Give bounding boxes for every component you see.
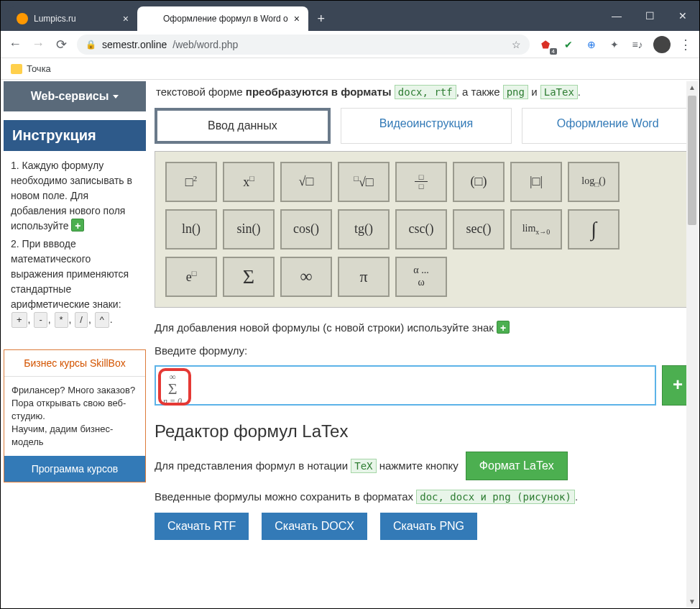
latex-section: Редактор формул LaTex Для представления … bbox=[155, 421, 694, 540]
palette-sec[interactable]: sec() bbox=[453, 209, 505, 249]
lumpics-favicon bbox=[17, 13, 28, 24]
close-window-button[interactable]: ✕ bbox=[666, 1, 699, 31]
format-latex-button[interactable]: Формат LaTex bbox=[466, 452, 568, 480]
tab-input-data[interactable]: Ввод данных bbox=[155, 108, 331, 144]
tab-word-formulas[interactable]: Оформление формул в Word о × bbox=[137, 6, 308, 31]
lock-icon: 🔒 bbox=[86, 40, 96, 50]
window-controls: — ☐ ✕ bbox=[600, 1, 699, 31]
scroll-down-arrow[interactable]: ▼ bbox=[686, 595, 698, 607]
intro-text: текстовой форме преобразуются в форматы … bbox=[155, 81, 694, 108]
extension-icons: ⬟ ✔ ⊕ ✦ ≡♪ ⋮ bbox=[538, 36, 692, 53]
code-docx-rtf: docx, rtf bbox=[395, 85, 456, 99]
folder-icon bbox=[11, 64, 22, 74]
tab-title: Lumpics.ru bbox=[34, 14, 117, 24]
instruction-heading: Инструкция bbox=[4, 120, 146, 151]
reading-list-icon[interactable]: ≡♪ bbox=[630, 37, 645, 52]
palette-ln[interactable]: ln() bbox=[165, 209, 217, 249]
palette-greek[interactable]: α ...ω bbox=[395, 257, 447, 297]
bookmark-star-icon[interactable]: ☆ bbox=[512, 39, 521, 50]
palette-cos[interactable]: cos() bbox=[280, 209, 332, 249]
enter-formula-label: Введите формулу: bbox=[155, 342, 694, 360]
reload-button[interactable]: ⟳ bbox=[54, 37, 68, 52]
vertical-scrollbar[interactable]: ▲ ▼ bbox=[686, 81, 698, 607]
content-tabs: Ввод данных Видеоинструкция Оформление W… bbox=[155, 108, 694, 144]
palette-sqrt[interactable]: √□ bbox=[280, 162, 332, 202]
grid-favicon bbox=[146, 13, 157, 24]
url-path: /web/word.php bbox=[172, 39, 238, 50]
palette-square[interactable]: □2 bbox=[165, 162, 217, 202]
address-bar: ← → ⟳ 🔒 semestr.online/web/word.php ☆ ⬟ … bbox=[1, 31, 699, 58]
symbol-palette: □2 x□ √□ □√□ □□ (□) |□| log□() ln() sin(… bbox=[155, 151, 694, 308]
ad-title[interactable]: Бизнес курсы SkillBox bbox=[4, 350, 145, 377]
scroll-up-arrow[interactable]: ▲ bbox=[686, 81, 698, 93]
palette-power[interactable]: x□ bbox=[223, 162, 275, 202]
download-png-button[interactable]: Скачать PNG bbox=[380, 513, 477, 540]
extensions-puzzle-icon[interactable]: ✦ bbox=[607, 37, 622, 52]
maximize-button[interactable]: ☐ bbox=[633, 1, 666, 31]
download-rtf-button[interactable]: Скачать RTF bbox=[155, 513, 249, 540]
profile-avatar[interactable] bbox=[653, 36, 671, 53]
sidebar: Web-сервисы Инструкция 1. Каждую формулу… bbox=[1, 81, 152, 608]
palette-sin[interactable]: sin() bbox=[223, 209, 275, 249]
browser-titlebar: Lumpics.ru × Оформление формул в Word о … bbox=[1, 1, 699, 31]
ad-line3: Научим, дадим бизнес-модель bbox=[11, 423, 138, 449]
omnibox[interactable]: 🔒 semestr.online/web/word.php ☆ bbox=[77, 35, 530, 55]
browser-menu-button[interactable]: ⋮ bbox=[679, 37, 692, 52]
latex-heading: Редактор формул LaTex bbox=[155, 421, 694, 441]
palette-exp[interactable]: e□ bbox=[165, 257, 217, 297]
main-column: текстовой форме преобразуются в форматы … bbox=[152, 81, 699, 608]
below-palette: Для добавления новой формулы (с новой ст… bbox=[155, 319, 694, 406]
url-host: semestr.online bbox=[102, 39, 167, 50]
bookmark-tochka[interactable]: Точка bbox=[27, 63, 51, 74]
tab-video[interactable]: Видеоинструкция bbox=[341, 108, 512, 144]
plus-icon: + bbox=[497, 321, 510, 334]
ad-line1: Фрилансер? Много заказов? bbox=[11, 384, 138, 397]
instruction-step-2: 2. При ввводе математического выражения … bbox=[11, 237, 139, 328]
ad-program-button[interactable]: Программа курсов bbox=[4, 456, 145, 482]
plus-icon: + bbox=[71, 219, 84, 232]
check-extension-icon[interactable]: ✔ bbox=[561, 37, 576, 52]
download-docx-button[interactable]: Скачать DOCX bbox=[262, 513, 367, 540]
palette-infinity[interactable]: ∞ bbox=[280, 257, 332, 297]
close-icon[interactable]: × bbox=[294, 13, 300, 24]
palette-frac[interactable]: □□ bbox=[395, 162, 447, 202]
palette-nroot[interactable]: □√□ bbox=[338, 162, 390, 202]
download-buttons-row: Скачать RTF Скачать DOCX Скачать PNG bbox=[155, 513, 694, 540]
palette-integral[interactable]: ∫ bbox=[568, 209, 620, 249]
palette-lim[interactable]: limx→0 bbox=[510, 209, 562, 249]
instruction-step-1: 1. Каждую формулу необходимо записывать … bbox=[11, 158, 139, 234]
forward-button[interactable]: → bbox=[31, 37, 45, 52]
palette-csc[interactable]: csc() bbox=[395, 209, 447, 249]
add-row-hint: Для добавления новой формулы (с новой ст… bbox=[155, 319, 694, 336]
save-formats-row: Введенные формулы можно сохранить в форм… bbox=[155, 490, 694, 503]
tab-word-format[interactable]: Оформление Word bbox=[522, 108, 694, 144]
palette-abs[interactable]: |□| bbox=[510, 162, 562, 202]
code-tex: TeX bbox=[351, 459, 376, 473]
palette-sum[interactable]: Σ bbox=[223, 257, 275, 297]
tab-title: Оформление формул в Word о bbox=[163, 14, 288, 24]
tab-lumpics[interactable]: Lumpics.ru × bbox=[8, 6, 137, 31]
code-png: png bbox=[503, 85, 528, 99]
web-services-dropdown[interactable]: Web-сервисы bbox=[4, 81, 146, 111]
scroll-thumb[interactable] bbox=[688, 96, 696, 225]
palette-tg[interactable]: tg() bbox=[338, 209, 390, 249]
ad-skillbox: Бизнес курсы SkillBox Фрилансер? Много з… bbox=[4, 349, 146, 483]
page-content: Web-сервисы Инструкция 1. Каждую формулу… bbox=[1, 81, 699, 608]
formula-input[interactable]: ∞ Σ n = 0 bbox=[155, 365, 656, 406]
op-plus: + bbox=[11, 312, 27, 328]
ad-body: Фрилансер? Много заказов? Пора открывать… bbox=[4, 377, 145, 457]
palette-log[interactable]: log□() bbox=[568, 162, 620, 202]
back-button[interactable]: ← bbox=[8, 37, 22, 52]
palette-paren[interactable]: (□) bbox=[453, 162, 505, 202]
instruction-body: 1. Каждую формулу необходимо записывать … bbox=[4, 151, 146, 338]
adblock-icon[interactable]: ⬟ bbox=[538, 37, 553, 52]
new-tab-button[interactable]: + bbox=[311, 9, 331, 29]
bookmarks-bar: Точка bbox=[1, 58, 699, 80]
op-mult: * bbox=[55, 312, 68, 328]
globe-extension-icon[interactable]: ⊕ bbox=[584, 37, 599, 52]
op-pow: ^ bbox=[95, 312, 109, 328]
minimize-button[interactable]: — bbox=[600, 1, 633, 31]
op-div: / bbox=[75, 312, 88, 328]
palette-pi[interactable]: π bbox=[338, 257, 390, 297]
close-icon[interactable]: × bbox=[123, 13, 129, 24]
